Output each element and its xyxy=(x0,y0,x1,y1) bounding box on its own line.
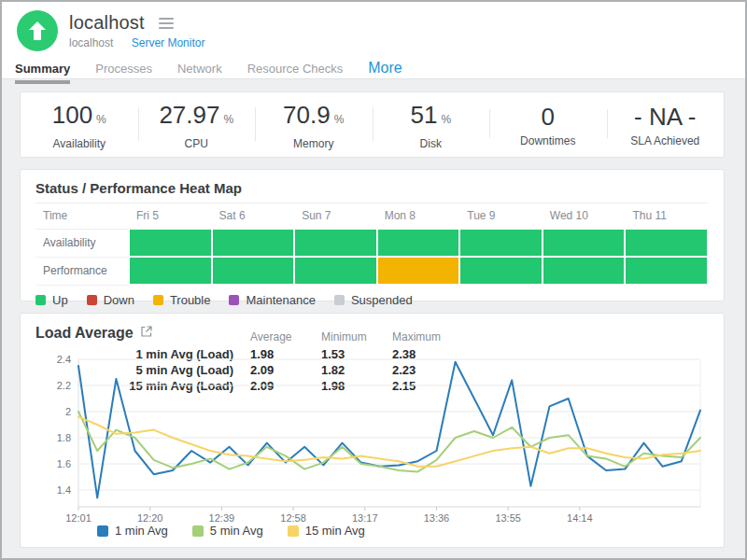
stat-label: CPU xyxy=(138,137,256,150)
heatmap-legend-item-trouble: Trouble xyxy=(153,293,211,307)
x-tick-label: 14:14 xyxy=(567,512,593,524)
heatmap-col-fri-5: Fri 5 xyxy=(129,203,212,230)
breadcrumb-monitor-name: localhost xyxy=(69,36,113,49)
stat-label: SLA Achieved xyxy=(607,134,725,147)
heatmap-cell-wed-10-up[interactable] xyxy=(543,257,626,285)
menu-icon[interactable] xyxy=(157,16,176,31)
heatmap-cell-thu-11-up[interactable] xyxy=(625,257,708,285)
legend-label: Up xyxy=(52,293,68,307)
heatmap-cell-fri-5-up[interactable] xyxy=(129,229,212,257)
tab-resource-checks[interactable]: Resource Checks xyxy=(247,62,344,81)
stat-value: 27.97% xyxy=(138,102,256,133)
heatmap-cell-tue-9-up[interactable] xyxy=(459,257,543,285)
heatmap-legend: UpDownTroubleMaintenanceSuspended xyxy=(35,293,709,307)
heatmap-row-performance: Performance xyxy=(35,257,708,285)
breadcrumb-monitor-type-link[interactable]: Server Monitor xyxy=(132,36,205,49)
x-tick-label: 13:36 xyxy=(424,512,450,524)
stat-disk: 51%Disk xyxy=(373,100,490,150)
stat-label: Downtimes xyxy=(489,134,607,147)
load-summary-col-minimum: Minimum xyxy=(304,330,375,346)
load-chart-legend: 1 min Avg5 min Avg15 min Avg xyxy=(97,524,389,538)
monitor-header: localhost localhost Server Monitor Summa… xyxy=(2,2,745,78)
heatmap-cell-tue-9-up[interactable] xyxy=(459,229,543,257)
stats-card: 100%Availability27.97%CPU70.9%Memory51%D… xyxy=(20,91,725,158)
heatmap-row-label: Availability xyxy=(35,229,129,257)
heatmap-cell-fri-5-up[interactable] xyxy=(129,257,212,285)
heatmap-cell-thu-11-up[interactable] xyxy=(625,229,708,257)
heatmap-cell-wed-10-up[interactable] xyxy=(543,229,626,257)
stat-value: 0 xyxy=(489,104,607,130)
heatmap-col-mon-8: Mon 8 xyxy=(377,203,460,230)
load-summary-corner xyxy=(118,330,233,346)
heatmap-col-sat-6: Sat 6 xyxy=(212,203,295,230)
legend-label: 5 min Avg xyxy=(210,524,263,538)
heatmap-legend-item-suspended: Suspended xyxy=(334,293,413,307)
heatmap-cell-sat-6-up[interactable] xyxy=(212,229,295,257)
y-tick-label: 2 xyxy=(65,406,71,417)
stat-number: 100 xyxy=(52,101,92,129)
stat-number: 51 xyxy=(410,101,437,129)
load-summary-col-maximum: Maximum xyxy=(375,330,446,346)
legend-swatch-icon xyxy=(153,295,163,305)
heatmap-col-tue-9: Tue 9 xyxy=(459,203,543,230)
legend-swatch-icon xyxy=(229,295,239,305)
up-arrow-icon xyxy=(17,10,58,51)
stat-memory: 70.9%Memory xyxy=(255,100,373,150)
stat-label: Availability xyxy=(21,137,138,150)
legend-label: 15 min Avg xyxy=(305,524,365,538)
y-tick-label: 2.4 xyxy=(57,354,71,365)
legend-swatch-icon xyxy=(35,295,46,305)
chart-legend-item-5-min-avg[interactable]: 5 min Avg xyxy=(192,524,263,538)
y-tick-label: 1.6 xyxy=(57,458,71,469)
y-tick-label: 1.8 xyxy=(57,432,71,443)
legend-label: Maintenance xyxy=(246,293,315,307)
y-tick-label: 2.2 xyxy=(57,380,71,391)
stat-number: 70.9 xyxy=(283,101,331,129)
stat-downtimes: 0Downtimes xyxy=(489,102,607,147)
heatmap-legend-item-up: Up xyxy=(35,293,68,307)
heatmap-cell-sat-6-up[interactable] xyxy=(212,257,295,285)
stat-cpu: 27.97%CPU xyxy=(138,100,256,150)
legend-swatch-icon xyxy=(334,295,345,305)
heatmap-col-wed-10: Wed 10 xyxy=(543,203,626,230)
load-summary-col-average: Average xyxy=(233,330,304,346)
tab-summary[interactable]: Summary xyxy=(15,62,70,84)
x-tick-label: 13:55 xyxy=(495,512,521,524)
breadcrumb: localhost Server Monitor xyxy=(69,36,745,49)
y-tick-label: 1.4 xyxy=(57,484,71,496)
legend-swatch-icon xyxy=(97,525,108,537)
x-tick-label: 13:17 xyxy=(352,512,378,524)
series-line-1-min-avg xyxy=(78,362,700,498)
chart-legend-item-1-min-avg[interactable]: 1 min Avg xyxy=(97,524,168,538)
tab-processes[interactable]: Processes xyxy=(95,62,152,81)
legend-label: Down xyxy=(104,293,134,307)
stat-label: Disk xyxy=(373,137,490,150)
stat-sla-achieved: - NA -SLA Achieved xyxy=(607,102,725,147)
chart-legend-item-15-min-avg[interactable]: 15 min Avg xyxy=(288,524,365,538)
x-tick-label: 12:39 xyxy=(209,512,235,524)
heatmap-title: Status / Performance Heat Map xyxy=(35,180,709,196)
legend-swatch-icon xyxy=(192,525,204,537)
series-line-5-min-avg xyxy=(78,412,700,471)
heatmap-legend-item-maintenance: Maintenance xyxy=(229,293,315,307)
heatmap-cell-mon-8-trouble[interactable] xyxy=(377,257,460,285)
heatmap-cell-sun-7-up[interactable] xyxy=(294,257,377,285)
app-window: localhost localhost Server Monitor Summa… xyxy=(0,0,747,560)
heatmap-header-row: TimeFri 5Sat 6Sun 7Mon 8Tue 9Wed 10Thu 1… xyxy=(35,203,708,230)
heatmap-cell-mon-8-up[interactable] xyxy=(377,229,460,257)
heatmap-legend-item-down: Down xyxy=(87,293,134,307)
stat-unit: % xyxy=(334,113,345,126)
heatmap-cell-sun-7-up[interactable] xyxy=(294,229,377,257)
tab-more[interactable]: More xyxy=(368,60,402,82)
monitor-name-title: localhost xyxy=(69,12,145,34)
heatmap-table: TimeFri 5Sat 6Sun 7Mon 8Tue 9Wed 10Thu 1… xyxy=(35,203,709,286)
stat-unit: % xyxy=(441,113,451,126)
load-chart[interactable]: 2.42.221.81.61.412:0112:2012:3912:5813:1… xyxy=(34,349,725,526)
stat-availability: 100%Availability xyxy=(21,100,138,150)
load-average-card: Load Average AverageMinimumMaximum1 min … xyxy=(20,313,725,548)
legend-label: Trouble xyxy=(170,293,211,307)
tab-network[interactable]: Network xyxy=(177,62,222,81)
legend-swatch-icon xyxy=(87,295,97,305)
stat-number: - NA - xyxy=(634,103,696,131)
tab-bar: SummaryProcessesNetworkResource ChecksMo… xyxy=(2,60,745,84)
